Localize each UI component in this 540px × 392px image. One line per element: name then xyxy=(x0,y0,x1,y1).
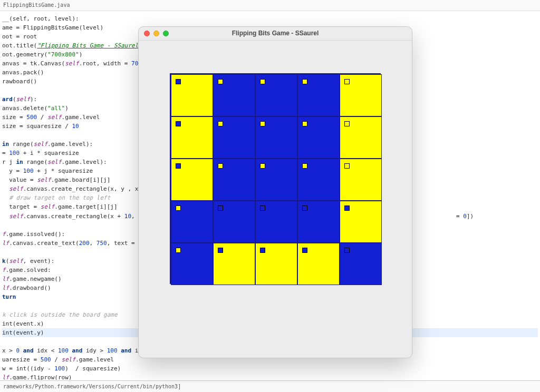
board-cell[interactable] xyxy=(297,201,340,243)
code-line: self.canvas.create_rectangle(x, y , x xyxy=(2,185,142,192)
code-line: f.game.solved: xyxy=(2,267,51,273)
board-cell[interactable] xyxy=(213,159,255,201)
target-indicator xyxy=(218,205,223,211)
target-indicator xyxy=(344,163,350,169)
code-line: anvas = tk.Canvas(self.root, width = 700 xyxy=(2,60,142,67)
code-line: anvas.delete("all") xyxy=(2,105,69,112)
target-indicator xyxy=(260,163,265,169)
title-bar[interactable]: Flipping Bits Game - SSaurel xyxy=(139,27,412,41)
code-line: oot = root xyxy=(2,33,37,40)
code-line: anvas.pack() xyxy=(2,69,44,76)
code-line: size = 500 / self.game.level xyxy=(2,114,100,121)
code-line: y = 100 + j * squaresize xyxy=(2,168,93,174)
target-indicator xyxy=(176,121,181,126)
target-indicator xyxy=(344,205,350,211)
game-window[interactable]: Flipping Bits Game - SSaurel xyxy=(138,26,412,358)
board-cell[interactable] xyxy=(171,159,213,201)
game-canvas[interactable] xyxy=(139,41,412,284)
target-indicator xyxy=(302,163,307,169)
close-icon[interactable] xyxy=(144,31,150,36)
code-line: w = int((idy - 100) / squaresize) xyxy=(2,365,121,372)
code-line: k click is outside the board game xyxy=(2,311,118,318)
zoom-icon[interactable] xyxy=(163,31,169,36)
target-indicator xyxy=(176,163,181,169)
target-indicator xyxy=(302,79,307,84)
board-cell[interactable] xyxy=(340,74,382,116)
board-cell[interactable] xyxy=(297,159,340,201)
code-line: size = squaresize / 10 xyxy=(2,123,79,130)
board-cell[interactable] xyxy=(171,74,213,116)
code-line: lf.drawboard() xyxy=(2,285,51,291)
status-bar: rameworks/Python.framework/Versions/Curr… xyxy=(0,380,540,393)
board-cell[interactable] xyxy=(255,159,297,201)
code-line: lf.canvas.create_text(200, 750, text = " xyxy=(2,240,142,247)
code-line: lf.game.newgame() xyxy=(2,276,62,282)
board-cell[interactable] xyxy=(255,201,297,243)
target-indicator xyxy=(344,79,350,84)
target-indicator xyxy=(260,79,265,84)
code-line: = 100 + i * squaresize xyxy=(2,150,79,156)
code-line: oot.title("Flipping Bits Game - SSaurel" xyxy=(2,42,142,49)
board-cell[interactable] xyxy=(297,74,340,116)
board-cell[interactable] xyxy=(297,116,340,159)
board-cell[interactable] xyxy=(340,116,382,159)
board-cell[interactable] xyxy=(213,116,255,159)
code-line: in range(self.game.level): xyxy=(2,141,93,148)
game-board[interactable] xyxy=(170,73,381,284)
target-indicator xyxy=(260,248,265,253)
code-line: ame = FlippingBitsGame(level) xyxy=(2,24,103,31)
code-line: rawboard() xyxy=(2,78,37,85)
code-line: __(self, root, level): xyxy=(2,15,79,22)
code-line: # draw target on the top left xyxy=(2,194,110,201)
board-cell[interactable] xyxy=(171,243,213,285)
board-cell[interactable] xyxy=(340,201,382,243)
code-line: ard(self): xyxy=(2,96,37,103)
code-line: uaresize = 500 / self.game.level xyxy=(2,356,114,363)
window-title: Flipping Bits Game - SSaurel xyxy=(139,28,412,38)
board-cell[interactable] xyxy=(213,201,255,243)
board-cell[interactable] xyxy=(213,74,255,116)
window-controls[interactable] xyxy=(139,31,169,36)
code-line: target = self.game.target[i][j] xyxy=(2,203,118,210)
code-line: k(self, event): xyxy=(2,258,54,264)
code-line: r j in range(self.game.level): xyxy=(2,159,107,165)
minimize-icon[interactable] xyxy=(153,31,159,36)
code-line: f.game.issolved(): xyxy=(2,231,65,238)
target-indicator xyxy=(218,163,223,169)
board-cell[interactable] xyxy=(171,201,213,243)
target-indicator xyxy=(218,248,223,253)
target-indicator xyxy=(302,121,307,126)
board-cell[interactable] xyxy=(255,116,297,159)
board-cell[interactable] xyxy=(171,116,213,159)
board-cell[interactable] xyxy=(340,243,382,285)
target-indicator xyxy=(344,248,350,253)
board-cell[interactable] xyxy=(213,243,255,285)
target-indicator xyxy=(176,205,181,211)
target-indicator xyxy=(302,205,307,211)
board-cell[interactable] xyxy=(340,159,382,201)
board-cell[interactable] xyxy=(255,74,297,116)
code-line: x > 0 and idx < 100 and idy > 100 and id xyxy=(2,347,142,354)
board-cell[interactable] xyxy=(255,243,297,285)
target-indicator xyxy=(218,79,223,84)
code-line: lf.game.fliprow(row) xyxy=(2,374,72,379)
code-line: turn xyxy=(2,293,16,300)
target-indicator xyxy=(302,248,307,253)
target-indicator xyxy=(218,121,223,126)
code-line: int(event.x) xyxy=(2,320,44,327)
editor-tab[interactable]: FlippingBitsGame.java xyxy=(0,0,540,11)
code-line: value = self.game.board[i][j] xyxy=(2,177,110,183)
board-cell[interactable] xyxy=(297,243,340,285)
target-indicator xyxy=(344,121,350,126)
target-indicator xyxy=(260,205,265,211)
code-line: oot.geometry("700x800") xyxy=(2,51,82,58)
target-indicator xyxy=(176,79,181,84)
target-indicator xyxy=(260,121,265,126)
target-indicator xyxy=(176,248,181,253)
